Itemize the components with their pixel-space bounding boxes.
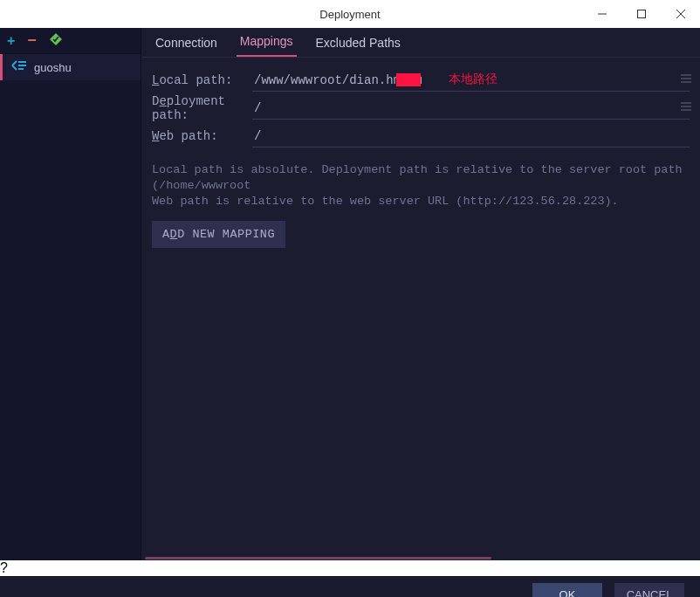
svg-rect-1 xyxy=(637,10,645,18)
minimize-button[interactable] xyxy=(582,0,621,28)
close-button[interactable] xyxy=(661,0,700,28)
scrollbar-thumb[interactable] xyxy=(145,557,491,559)
help-text: Local path is absolute. Deployment path … xyxy=(152,162,690,210)
help-icon[interactable]: ? xyxy=(0,560,700,576)
footer-wrap: ? OK CANCEL xyxy=(0,560,700,597)
row-local-path: Local path: 本地路径 xyxy=(152,66,690,94)
ok-button[interactable]: OK xyxy=(532,583,602,598)
row-menu-icon[interactable] xyxy=(681,73,691,87)
tab-mappings[interactable]: Mappings xyxy=(237,28,297,57)
tabs: Connection Mappings Excluded Paths xyxy=(141,28,700,58)
sidebar-item-label: guoshu xyxy=(34,61,72,74)
label-web-path: Web path: xyxy=(152,129,252,143)
tab-connection[interactable]: Connection xyxy=(152,29,221,57)
window-controls xyxy=(582,0,700,28)
cancel-button[interactable]: CANCEL xyxy=(614,583,684,598)
sidebar-item-server[interactable]: guoshu xyxy=(0,54,141,80)
row-web-path: Web path: xyxy=(152,122,690,150)
sidebar: + − guoshu xyxy=(0,28,141,560)
add-server-icon[interactable]: + xyxy=(7,33,15,49)
label-deployment-path: Deployment path: xyxy=(152,94,261,122)
check-icon[interactable] xyxy=(49,32,63,49)
deployment-path-input[interactable] xyxy=(252,98,690,120)
web-path-input[interactable] xyxy=(252,126,690,148)
app-body: + − guoshu Connection Mappings E xyxy=(0,28,700,560)
label-local-path: Local path: xyxy=(152,73,252,87)
sftp-icon xyxy=(11,59,27,75)
footer: OK CANCEL xyxy=(0,576,700,597)
redaction-box xyxy=(396,73,421,86)
main-panel: Connection Mappings Excluded Paths Local… xyxy=(141,28,700,560)
window-title: Deployment xyxy=(319,8,380,21)
add-new-mapping-button[interactable]: ADD NEW MAPPING xyxy=(152,221,285,248)
row-menu-icon[interactable] xyxy=(681,101,691,115)
maximize-button[interactable] xyxy=(621,0,661,28)
titlebar: Deployment xyxy=(0,0,700,28)
remove-server-icon[interactable]: − xyxy=(27,31,37,50)
annotation-local-path: 本地路径 xyxy=(449,72,498,87)
tab-excluded-paths[interactable]: Excluded Paths xyxy=(312,29,404,57)
row-deployment-path: Deployment path: xyxy=(152,94,690,122)
sidebar-toolbar: + − xyxy=(0,28,141,54)
mappings-form: Local path: 本地路径 Deployment path: xyxy=(141,58,700,248)
